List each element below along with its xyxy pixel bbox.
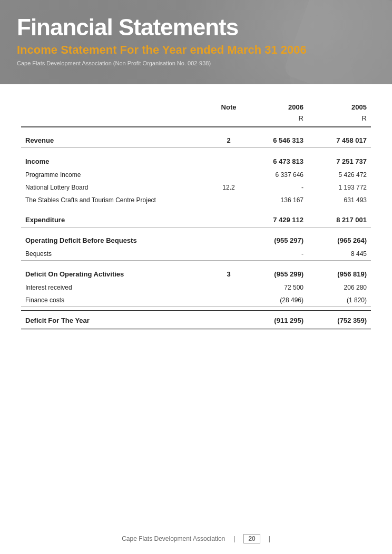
spacer2: [21, 148, 371, 152]
spacer4: [21, 227, 371, 231]
val2005-finance-costs: (1 820): [308, 294, 371, 307]
footer-separator: |: [233, 535, 235, 542]
spacer6: [21, 306, 371, 311]
page-footer: Cape Flats Development Association | 20 …: [0, 534, 392, 543]
label-finance-costs: Finance costs: [21, 294, 213, 307]
val2005-revenue: 7 458 017: [308, 131, 371, 148]
currency-2005: R: [308, 114, 371, 127]
val2005-income: 7 251 737: [308, 152, 371, 169]
footer-org: Cape Flats Development Association: [122, 535, 225, 542]
val2006-income: 6 473 813: [244, 152, 308, 169]
note-stables: [213, 194, 244, 206]
val2006-op-deficit-before: (955 297): [244, 231, 308, 248]
currency-2006: R: [244, 114, 308, 127]
val2006-finance-costs: (28 496): [244, 294, 308, 307]
main-content: Note 2006 2005 R R Revenue 2 6 546 313 7…: [0, 84, 392, 362]
row-deficit-for-year: Deficit For The Year (911 295) (752 359): [21, 311, 371, 330]
row-deficit-operating: Deficit On Operating Activities 3 (955 2…: [21, 265, 371, 281]
th-2005: 2005: [308, 100, 371, 114]
val2005-expenditure: 8 217 001: [308, 211, 371, 227]
note-bequests: [213, 248, 244, 261]
column-headers: Note 2006 2005: [21, 100, 371, 114]
label-interest-received: Interest received: [21, 281, 213, 294]
page-header: Financial Statements Income Statement Fo…: [0, 0, 392, 84]
val2006-expenditure: 7 429 112: [244, 211, 308, 227]
th-note: Note: [213, 100, 244, 114]
spacer3: [21, 206, 371, 211]
row-operating-deficit-before-bequests: Operating Deficit Before Bequests (955 2…: [21, 231, 371, 248]
th-description: [21, 100, 213, 114]
subtitle: Income Statement For the Year ended Marc…: [17, 43, 375, 57]
main-title: Financial Statements: [17, 15, 375, 40]
label-national-lottery: National Lottery Board: [21, 181, 213, 194]
note-interest-received: [213, 281, 244, 294]
footer-separator2: |: [269, 535, 270, 542]
currency-row: R R: [21, 114, 371, 127]
val2006-stables: 136 167: [244, 194, 308, 206]
page-number: 20: [243, 534, 260, 543]
val2006-national-lottery: -: [244, 181, 308, 194]
val2005-bequests: 8 445: [308, 248, 371, 261]
note-finance-costs: [213, 294, 244, 307]
val2006-deficit-operating: (955 299): [244, 265, 308, 281]
label-deficit-operating: Deficit On Operating Activities: [21, 265, 213, 281]
note-programme-income: [213, 169, 244, 181]
th-2006: 2006: [244, 100, 308, 114]
note-deficit-year: [213, 311, 244, 330]
note-income: [213, 152, 244, 169]
row-programme-income: Programme Income 6 337 646 5 426 472: [21, 169, 371, 181]
label-expenditure: Expenditure: [21, 211, 213, 227]
spacer5: [21, 261, 371, 265]
label-stables: The Stables Crafts and Tourism Centre Pr…: [21, 194, 213, 206]
label-income: Income: [21, 152, 213, 169]
row-bequests: Bequests - 8 445: [21, 248, 371, 261]
label-deficit-year: Deficit For The Year: [21, 311, 213, 330]
val2006-bequests: -: [244, 248, 308, 261]
val2006-revenue: 6 546 313: [244, 131, 308, 148]
income-statement-table: Note 2006 2005 R R Revenue 2 6 546 313 7…: [21, 100, 371, 330]
val2005-programme-income: 5 426 472: [308, 169, 371, 181]
note-revenue: 2: [213, 131, 244, 148]
row-expenditure: Expenditure 7 429 112 8 217 001: [21, 211, 371, 227]
note-op-deficit-before: [213, 231, 244, 248]
row-finance-costs: Finance costs (28 496) (1 820): [21, 294, 371, 307]
val2005-stables: 631 493: [308, 194, 371, 206]
row-revenue: Revenue 2 6 546 313 7 458 017: [21, 131, 371, 148]
note-deficit-operating: 3: [213, 265, 244, 281]
row-income: Income 6 473 813 7 251 737: [21, 152, 371, 169]
val2005-deficit-year: (752 359): [308, 311, 371, 330]
org-name: Cape Flats Development Association (Non …: [17, 60, 375, 66]
val2005-op-deficit-before: (965 264): [308, 231, 371, 248]
label-programme-income: Programme Income: [21, 169, 213, 181]
label-bequests: Bequests: [21, 248, 213, 261]
currency-label-blank: [21, 114, 213, 127]
note-national-lottery: 12.2: [213, 181, 244, 194]
val2005-national-lottery: 1 193 772: [308, 181, 371, 194]
val2005-interest-received: 206 280: [308, 281, 371, 294]
val2006-deficit-year: (911 295): [244, 311, 308, 330]
note-expenditure: [213, 211, 244, 227]
spacer: [21, 127, 371, 131]
label-revenue: Revenue: [21, 131, 213, 148]
val2006-interest-received: 72 500: [244, 281, 308, 294]
val2005-deficit-operating: (956 819): [308, 265, 371, 281]
row-stables: The Stables Crafts and Tourism Centre Pr…: [21, 194, 371, 206]
label-op-deficit-before: Operating Deficit Before Bequests: [21, 231, 213, 248]
row-national-lottery: National Lottery Board 12.2 - 1 193 772: [21, 181, 371, 194]
val2006-programme-income: 6 337 646: [244, 169, 308, 181]
currency-note-blank: [213, 114, 244, 127]
row-interest-received: Interest received 72 500 206 280: [21, 281, 371, 294]
